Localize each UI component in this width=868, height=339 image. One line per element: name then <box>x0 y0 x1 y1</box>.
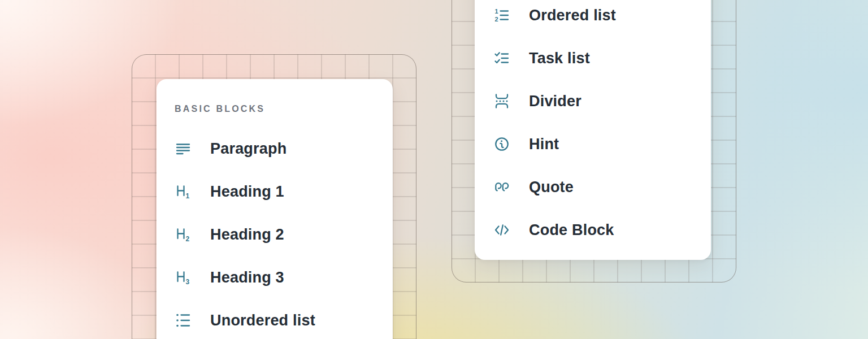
code-block-icon <box>494 222 510 238</box>
ordered-list-icon: 12 <box>494 7 510 23</box>
menu-item-quote[interactable]: Quote <box>475 166 711 208</box>
divider-icon <box>494 93 510 109</box>
heading-3-icon: 3 <box>175 270 191 285</box>
task-list-icon <box>494 50 510 66</box>
menu-item-unordered-list[interactable]: Unordered list <box>157 299 393 339</box>
more-blocks-list: 12Ordered listTask listDividerHintQuoteC… <box>475 0 711 251</box>
hero-background: BASIC BLOCKS Paragraph1Heading 12Heading… <box>0 0 868 339</box>
menu-item-label: Hint <box>529 136 559 153</box>
menu-item-code-block[interactable]: Code Block <box>475 208 711 251</box>
menu-item-ordered-list[interactable]: 12Ordered list <box>475 0 711 37</box>
menu-item-label: Task list <box>529 50 590 67</box>
basic-blocks-list: Paragraph1Heading 12Heading 23Heading 3U… <box>157 127 393 339</box>
menu-item-task-list[interactable]: Task list <box>475 37 711 80</box>
menu-item-divider[interactable]: Divider <box>475 80 711 123</box>
hint-icon <box>494 136 510 152</box>
unordered-list-icon <box>175 312 191 328</box>
menu-item-label: Paragraph <box>210 140 287 158</box>
menu-item-heading-3[interactable]: 3Heading 3 <box>157 256 393 299</box>
menu-item-label: Divider <box>529 93 581 110</box>
menu-item-hint[interactable]: Hint <box>475 123 711 166</box>
paragraph-icon <box>175 141 191 157</box>
menu-item-label: Unordered list <box>210 312 315 329</box>
more-blocks-menu: 12Ordered listTask listDividerHintQuoteC… <box>475 0 711 260</box>
menu-item-label: Quote <box>529 179 574 196</box>
basic-blocks-menu: BASIC BLOCKS Paragraph1Heading 12Heading… <box>157 79 393 339</box>
heading-1-icon: 1 <box>175 184 191 199</box>
svg-text:1: 1 <box>495 8 498 15</box>
menu-item-label: Heading 1 <box>210 183 284 201</box>
quote-icon <box>494 179 510 195</box>
menu-item-paragraph[interactable]: Paragraph <box>157 127 393 170</box>
svg-text:2: 2 <box>186 235 190 242</box>
menu-item-label: Heading 2 <box>210 226 284 244</box>
menu-item-label: Ordered list <box>529 7 616 24</box>
heading-2-icon: 2 <box>175 227 191 242</box>
section-label: BASIC BLOCKS <box>175 105 393 114</box>
menu-item-label: Code Block <box>529 221 614 239</box>
svg-text:3: 3 <box>186 278 190 285</box>
svg-text:2: 2 <box>495 16 498 23</box>
menu-item-label: Heading 3 <box>210 269 284 286</box>
svg-text:1: 1 <box>186 192 190 199</box>
menu-item-heading-2[interactable]: 2Heading 2 <box>157 213 393 256</box>
menu-item-heading-1[interactable]: 1Heading 1 <box>157 170 393 213</box>
